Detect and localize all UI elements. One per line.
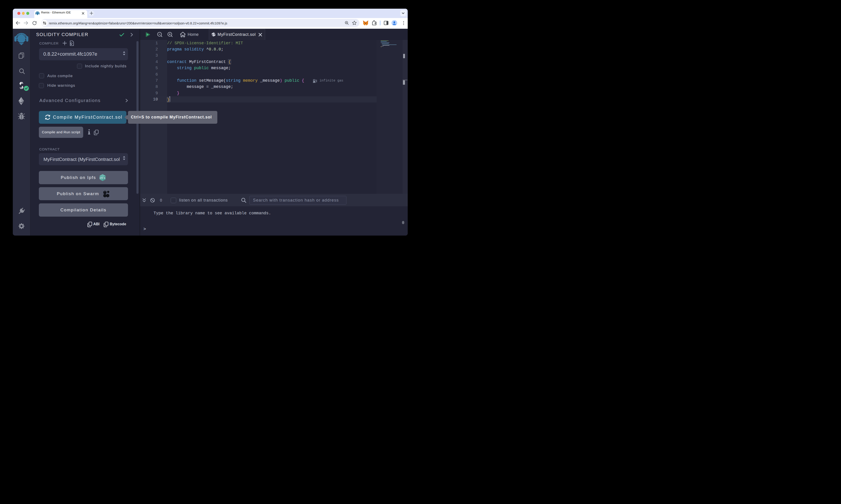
svg-text:IPFS: IPFS — [100, 177, 106, 179]
